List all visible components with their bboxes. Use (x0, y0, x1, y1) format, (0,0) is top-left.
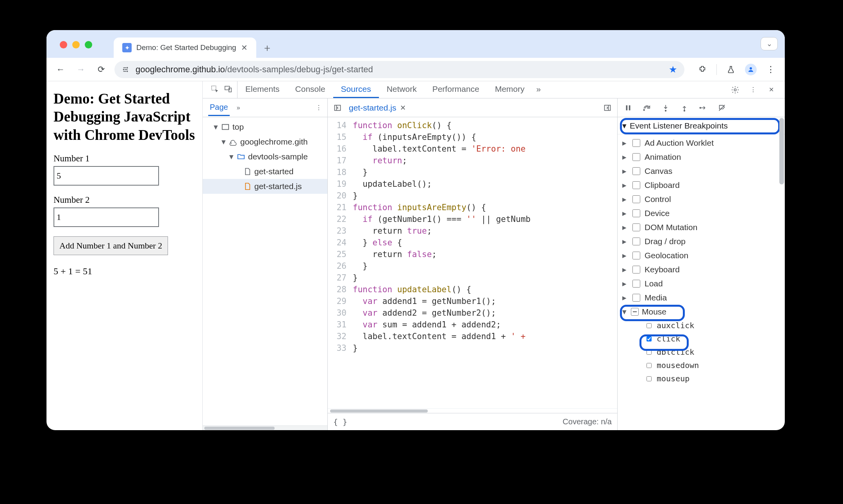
tree-file-html[interactable]: get-started (203, 164, 327, 179)
breakpoint-category[interactable]: ▸Clipboard (618, 178, 785, 192)
labs-flask-icon[interactable] (724, 63, 738, 77)
breakpoint-category[interactable]: ▸Canvas (618, 164, 785, 178)
bookmark-star-icon[interactable]: ★ (669, 64, 677, 75)
breakpoint-category[interactable]: ▸Animation (618, 150, 785, 164)
devtools-panel: Elements Console Sources Network Perform… (203, 81, 785, 430)
tab-console[interactable]: Console (288, 81, 333, 98)
svg-point-20 (684, 110, 685, 111)
code-view[interactable]: 14 15 16 17 18 19 20 21 22 23 24 25 26 2… (328, 117, 617, 408)
mouse-event-row[interactable]: mouseup (645, 372, 785, 385)
category-checkbox[interactable] (632, 294, 640, 302)
breakpoint-category[interactable]: ▸Keyboard (618, 263, 785, 277)
navigator-menu-icon[interactable]: ⋮ (316, 104, 322, 111)
category-label: Geolocation (645, 251, 688, 260)
site-settings-icon[interactable] (121, 65, 130, 74)
category-checkbox[interactable] (632, 209, 640, 217)
mouse-event-row[interactable]: click (645, 332, 785, 345)
tabs-overflow-icon[interactable]: » (532, 81, 545, 98)
number1-input[interactable] (54, 166, 159, 186)
tree-file-js[interactable]: get-started.js (203, 179, 327, 194)
breakpoint-category[interactable]: ▸Geolocation (618, 248, 785, 263)
extensions-icon[interactable] (695, 63, 709, 77)
browser-tab[interactable]: ✦ Demo: Get Started Debugging ✕ (114, 38, 256, 58)
mouse-event-row[interactable]: auxclick (645, 319, 785, 332)
debugger-vscrollbar[interactable] (779, 118, 784, 235)
category-checkbox[interactable] (632, 223, 640, 231)
tab-memory[interactable]: Memory (487, 81, 532, 98)
event-checkbox[interactable] (647, 350, 652, 355)
minimize-window-button[interactable] (72, 41, 80, 48)
breakpoint-category[interactable]: ▸Device (618, 206, 785, 220)
event-checkbox[interactable] (647, 363, 652, 368)
mouse-event-row[interactable]: mousedown (645, 359, 785, 372)
new-tab-button[interactable]: ＋ (260, 41, 274, 55)
breakpoint-category-mouse[interactable]: ▾Mouse (618, 305, 785, 319)
breakpoint-category[interactable]: ▸Load (618, 277, 785, 291)
toggle-navigator-icon[interactable] (332, 102, 343, 114)
editor-file-tab[interactable]: get-started.js✕ (346, 103, 408, 113)
tab-performance[interactable]: Performance (425, 81, 487, 98)
navigator-hscrollbar[interactable] (203, 425, 327, 430)
category-checkbox[interactable] (632, 139, 640, 147)
breakpoint-category[interactable]: ▸Ad Auction Worklet (618, 136, 785, 150)
devtools-close-icon[interactable]: ✕ (766, 85, 776, 95)
device-toggle-icon[interactable] (224, 85, 232, 95)
pretty-print-icon[interactable]: { } (333, 417, 347, 427)
tree-folder[interactable]: ▾devtools-sample (203, 149, 327, 164)
category-checkbox[interactable] (632, 280, 640, 288)
category-checkbox-partial[interactable] (631, 308, 639, 316)
event-checkbox[interactable] (647, 336, 652, 341)
tree-top-frame[interactable]: ▾top (203, 120, 327, 134)
breakpoint-category[interactable]: ▸Media (618, 291, 785, 305)
step-button[interactable] (698, 103, 708, 113)
toggle-debugger-icon[interactable] (602, 102, 613, 114)
back-button[interactable]: ← (54, 63, 68, 77)
devtools-menu-icon[interactable]: ⋮ (748, 85, 758, 95)
navigator-page-tab[interactable]: Page (208, 100, 230, 116)
tab-sources[interactable]: Sources (333, 81, 379, 98)
add-button[interactable]: Add Number 1 and Number 2 (54, 236, 168, 255)
event-listener-breakpoints-header[interactable]: ▾ Event Listener Breakpoints (618, 117, 785, 134)
tree-origin[interactable]: ▾googlechrome.gith (203, 134, 327, 149)
inspect-element-icon[interactable] (211, 85, 219, 95)
category-checkbox[interactable] (632, 153, 640, 161)
deactivate-breakpoints-button[interactable] (717, 103, 727, 113)
toolbar-separator (716, 64, 717, 75)
editor-hscrollbar[interactable] (328, 408, 617, 413)
omnibox[interactable]: googlechrome.github.io/devtools-samples/… (114, 61, 684, 78)
reload-button[interactable]: ⟳ (94, 63, 108, 77)
maximize-window-button[interactable] (85, 41, 92, 48)
result-text: 5 + 1 = 51 (54, 266, 195, 277)
category-checkbox[interactable] (632, 266, 640, 273)
mouse-event-row[interactable]: dblclick (645, 345, 785, 359)
category-checkbox[interactable] (632, 167, 640, 175)
profile-avatar-icon[interactable] (745, 64, 757, 75)
number2-input[interactable] (54, 207, 159, 227)
close-tab-button[interactable]: ✕ (241, 43, 248, 52)
category-checkbox[interactable] (632, 252, 640, 259)
number1-label: Number 1 (54, 154, 195, 164)
category-checkbox[interactable] (632, 195, 640, 203)
event-checkbox[interactable] (647, 323, 652, 328)
browser-menu-icon[interactable]: ⋮ (764, 63, 778, 77)
category-checkbox[interactable] (632, 181, 640, 189)
breakpoint-category[interactable]: ▸DOM Mutation (618, 220, 785, 234)
devtools-settings-icon[interactable] (730, 85, 740, 95)
category-checkbox[interactable] (632, 238, 640, 245)
close-window-button[interactable] (60, 41, 67, 48)
event-checkbox[interactable] (647, 376, 652, 381)
svg-point-18 (643, 109, 645, 111)
step-into-button[interactable] (661, 103, 671, 113)
tab-network[interactable]: Network (379, 81, 425, 98)
breakpoint-category[interactable]: ▸Drag / drop (618, 234, 785, 248)
tab-elements[interactable]: Elements (238, 81, 288, 98)
step-out-button[interactable] (679, 103, 689, 113)
close-file-tab-icon[interactable]: ✕ (400, 104, 406, 112)
breakpoint-category[interactable]: ▸Control (618, 192, 785, 206)
category-label: DOM Mutation (645, 223, 697, 232)
pause-button[interactable] (623, 103, 633, 113)
step-over-button[interactable] (642, 103, 652, 113)
tabstrip-chevron-button[interactable]: ⌄ (761, 37, 778, 50)
navigator-overflow-icon[interactable]: » (237, 104, 240, 111)
forward-button[interactable]: → (74, 63, 88, 77)
